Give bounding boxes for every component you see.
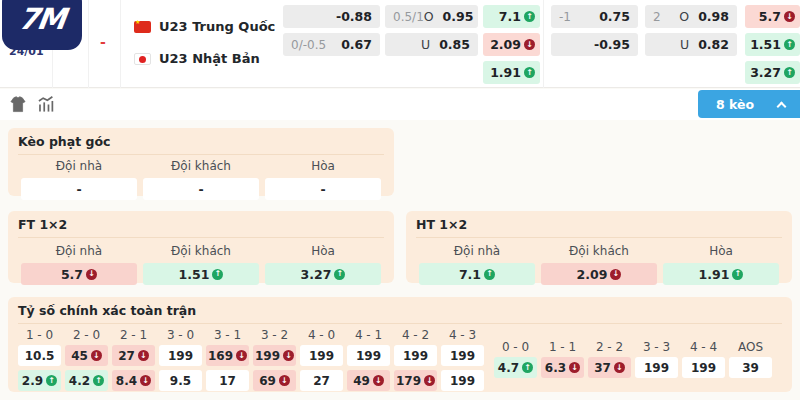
score-column: 3 - 1 169 17: [206, 329, 249, 395]
score-odds-cell[interactable]: 199: [635, 357, 678, 378]
one-x-two-odds-cell[interactable]: 2.09: [483, 33, 540, 56]
odds-value: 10.5: [25, 349, 55, 363]
over-under-side: O: [424, 9, 434, 24]
one-x-two-odds-cell[interactable]: 3.27: [745, 61, 800, 84]
score-odds-cell[interactable]: 179: [394, 370, 437, 391]
corner-draw-odds-cell[interactable]: -: [265, 178, 381, 200]
score-odds-cell[interactable]: 2.9: [18, 370, 61, 391]
score-odds-cell[interactable]: 10.5: [18, 345, 61, 366]
score-odds-cell[interactable]: 199: [682, 357, 725, 378]
jersey-icon[interactable]: [9, 96, 27, 113]
score-label: 3 - 3: [635, 341, 678, 354]
score-odds-cell[interactable]: 4.7: [494, 357, 537, 378]
trend-down-icon: [236, 350, 247, 361]
odds-value: 4.7: [498, 361, 519, 375]
ft-away-odds-cell[interactable]: 1.51: [143, 263, 259, 285]
trend-down-icon: [140, 375, 151, 386]
score-odds-cell[interactable]: 169: [206, 345, 249, 366]
score-odds-cell[interactable]: 9.5: [159, 370, 202, 391]
score-odds-cell[interactable]: 199: [441, 345, 484, 366]
odds-value: -: [320, 182, 325, 197]
odds-group: U 0.82: [680, 37, 729, 52]
score-odds-cell[interactable]: 199: [300, 345, 343, 366]
japan-flag-icon: [134, 53, 151, 65]
score-odds-cell[interactable]: 199: [159, 345, 202, 366]
odds-value: -0.95: [594, 37, 630, 52]
score-label: 2 - 2: [588, 341, 631, 354]
ft-home-odds-cell[interactable]: 5.7: [21, 263, 137, 285]
odds-value: 199: [403, 349, 428, 363]
away-team-row[interactable]: U23 Nhật Bản: [134, 47, 275, 70]
home-column-header: Đội nhà: [21, 245, 137, 258]
stats-chart-icon[interactable]: [37, 96, 55, 113]
one-x-two-odds-cell[interactable]: 5.7: [745, 5, 800, 28]
brand-logo-text: 7M: [17, 2, 67, 36]
ht-away-odds-cell[interactable]: 2.09: [541, 263, 657, 285]
over-under-side: U: [421, 37, 430, 52]
ft-draw-odds-cell[interactable]: 3.27: [265, 263, 381, 285]
score-odds-cell[interactable]: 45: [65, 345, 108, 366]
trend-down-icon: [610, 269, 621, 280]
score-odds-cell[interactable]: 199: [441, 370, 484, 391]
over-under-odds-cell[interactable]: U 0.85: [385, 33, 478, 56]
trend-down-icon: [279, 375, 290, 386]
match-score: -: [92, 34, 114, 50]
brand-logo[interactable]: 7M: [2, 0, 82, 50]
trend-up-icon: [484, 269, 495, 280]
handicap-odds-cell[interactable]: 0/-0.5 0.67: [283, 33, 380, 56]
odds-value: 9.5: [170, 374, 191, 388]
odds-count-button[interactable]: 8 kèo: [698, 90, 800, 118]
score-odds-cell[interactable]: 4.2: [65, 370, 108, 391]
score-odds-cell[interactable]: 6.3: [541, 357, 584, 378]
odds-count-label: 8 kèo: [716, 97, 754, 112]
score-column: 4 - 4 199: [682, 341, 725, 395]
over-under-odds-cell[interactable]: 2 O 0.98: [645, 5, 737, 28]
score-label: 3 - 2: [253, 329, 296, 342]
toolbar: 8 kèo: [0, 89, 800, 120]
score-column: 3 - 0 199 9.5: [159, 329, 202, 395]
score-odds-cell[interactable]: 37: [588, 357, 631, 378]
score-odds-cell[interactable]: 27: [300, 370, 343, 391]
trend-up-icon: [524, 11, 535, 22]
ht-draw-odds-cell[interactable]: 1.91: [663, 263, 779, 285]
score-odds-cell[interactable]: 39: [729, 357, 772, 378]
odds-value: 169: [208, 349, 233, 363]
odds-value: 1.51: [179, 267, 210, 282]
odds-value: 0.75: [599, 9, 630, 24]
column-divider: [88, 0, 89, 88]
score-odds-cell[interactable]: 17: [206, 370, 249, 391]
away-column-header: Đội khách: [143, 245, 259, 258]
china-flag-icon: [134, 21, 151, 33]
over-under-odds-cell[interactable]: 0.5/1 O 0.95: [385, 5, 478, 28]
trend-down-icon: [91, 350, 102, 361]
ht-1x2-card: HT 1×2 Đội nhà 7.1 Đội khách 2.09 Hòa 1.…: [406, 211, 792, 283]
handicap-odds-cell[interactable]: -0.88: [283, 5, 380, 28]
handicap-odds-cell[interactable]: -0.95: [551, 33, 638, 56]
home-team-row[interactable]: U23 Trung Quốc: [134, 15, 275, 38]
score-odds-cell[interactable]: 69: [253, 370, 296, 391]
trend-down-icon: [784, 11, 795, 22]
ht-home-odds-cell[interactable]: 7.1: [419, 263, 535, 285]
score-odds-cell[interactable]: 49: [347, 370, 390, 391]
corner-home-odds-cell[interactable]: -: [21, 178, 137, 200]
score-column: 4 - 0 199 27: [300, 329, 343, 395]
one-x-two-odds-cell[interactable]: 7.1: [483, 5, 540, 28]
corner-card-title: Kèo phạt góc: [18, 135, 384, 155]
odds-value: 179: [396, 374, 421, 388]
score-odds-cell[interactable]: 199: [253, 345, 296, 366]
score-odds-cell[interactable]: 27: [112, 345, 155, 366]
score-label: 3 - 1: [206, 329, 249, 342]
one-x-two-odds-cell[interactable]: 1.51: [745, 33, 800, 56]
score-odds-cell[interactable]: 199: [394, 345, 437, 366]
score-odds-cell[interactable]: 8.4: [112, 370, 155, 391]
home-column-header: Đội nhà: [21, 160, 137, 173]
over-under-odds-cell[interactable]: U 0.82: [645, 33, 737, 56]
corner-away-odds-cell[interactable]: -: [143, 178, 259, 200]
odds-value: -: [198, 182, 203, 197]
score-odds-cell[interactable]: 199: [347, 345, 390, 366]
one-x-two-odds-cell[interactable]: 1.91: [483, 61, 540, 84]
odds-value: 27: [313, 374, 330, 388]
odds-value: 199: [691, 361, 716, 375]
odds-value: 199: [168, 349, 193, 363]
handicap-odds-cell[interactable]: -1 0.75: [551, 5, 638, 28]
